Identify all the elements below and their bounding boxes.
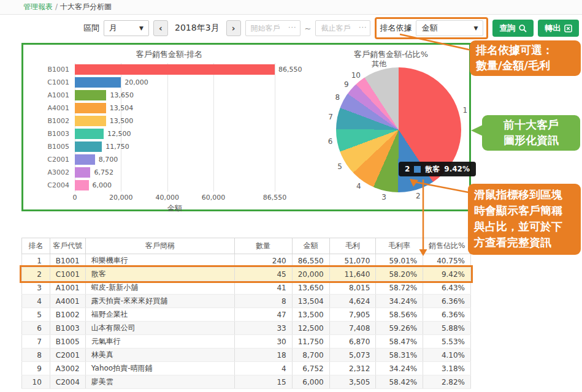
x-tick-label: 0 xyxy=(73,194,77,202)
table-row[interactable]: 8C2001林美真188,7005,07358.31%4.10% xyxy=(22,349,471,362)
table-cell: 元氣車行 xyxy=(85,335,234,349)
bar-track: 13,500 xyxy=(75,116,275,126)
query-button[interactable]: 查詢 xyxy=(492,20,534,37)
pie-slice-label: 3 xyxy=(381,193,386,202)
table-cell: 240 xyxy=(234,254,292,268)
table-row[interactable]: 1B1001和樂機車行24086,55051,07059.01%40.75% xyxy=(22,254,471,268)
breadcrumb-page: 十大客戶分析圖 xyxy=(60,2,112,11)
table-cell: 13,500 xyxy=(292,308,329,322)
table-cell: 3.18% xyxy=(423,362,471,375)
table-cell: 58.47% xyxy=(376,335,423,349)
table-header-cell: 數量 xyxy=(234,238,292,254)
pie-tooltip: 2 散客 9.42% xyxy=(399,162,476,176)
table-cell: 18 xyxy=(234,349,292,362)
bar[interactable] xyxy=(75,167,90,178)
bar-value-label: 12,500 xyxy=(107,130,131,138)
table-row[interactable]: 5B1002福野企業社4713,5007,90558.56%6.36% xyxy=(22,308,471,322)
bar-row: A30026,752 xyxy=(26,166,313,179)
bar[interactable] xyxy=(75,103,106,113)
table-cell: 9.42% xyxy=(423,268,471,281)
breadcrumb-section[interactable]: 管理報表 xyxy=(23,2,53,11)
lookup-ellipsis-icon[interactable]: ··· xyxy=(288,23,297,31)
table-cell: 13,650 xyxy=(292,281,329,295)
table-cell: 1 xyxy=(22,254,50,268)
table-cell: 58.20% xyxy=(376,268,423,281)
bar[interactable] xyxy=(75,90,106,100)
pie-tooltip-percent: 9.42% xyxy=(444,165,470,173)
bar-category-label: B1002 xyxy=(26,117,75,125)
table-row[interactable]: 7B1005元氣車行3011,7506,87058.47%5.53% xyxy=(22,335,471,349)
table-cell: 4 xyxy=(234,362,292,375)
range-tilde: ~ xyxy=(305,24,312,33)
callout-line: 時會顯示客戶簡稱 xyxy=(474,203,575,219)
bar[interactable] xyxy=(75,116,106,126)
table-cell: 8,015 xyxy=(329,281,376,295)
pie-plot-area: 12345678910其他 xyxy=(313,61,469,211)
bar-track: 20,000 xyxy=(75,77,275,88)
bar[interactable] xyxy=(75,180,89,190)
table-row[interactable]: 10C2004廖美雲156,0003,50558.42%2.82% xyxy=(22,375,471,389)
bar[interactable] xyxy=(75,154,95,165)
interval-select[interactable]: 月 ▼ xyxy=(104,20,149,36)
bar-row: C20046,000 xyxy=(26,179,313,192)
table-cell: 2 xyxy=(22,268,50,281)
pie-slice-label: 1 xyxy=(462,106,467,115)
x-tick-label: 40,000 xyxy=(155,194,179,202)
bar[interactable] xyxy=(75,129,104,139)
table-cell: C2001 xyxy=(50,349,85,362)
table-cell: 9 xyxy=(22,362,50,375)
bar[interactable] xyxy=(75,77,121,88)
table-row[interactable]: 6B1003山本有限公司3312,5007,40859.26%5.88% xyxy=(22,322,471,335)
table-cell: 34.24% xyxy=(376,362,423,375)
pie-slice-label: 5 xyxy=(337,162,342,171)
table-cell: 4 xyxy=(22,295,50,308)
x-tick-label: 60,000 xyxy=(202,194,226,202)
breadcrumb: 管理報表/十大客戶分析圖 xyxy=(0,0,582,15)
bar-category-label: B1003 xyxy=(26,130,75,138)
table-header-cell: 毛利率 xyxy=(376,238,423,254)
end-customer-field: ··· xyxy=(315,20,370,36)
table-cell: Yahoo拍賣-晴雨鋪 xyxy=(85,362,234,375)
bar-track: 6,000 xyxy=(75,180,275,190)
pie-slice-label: 7 xyxy=(328,113,333,121)
callout-line: 排名依據可選： xyxy=(476,42,575,58)
bar-category-label: B1001 xyxy=(26,66,75,74)
table-row[interactable]: 9A3002Yahoo拍賣-晴雨鋪46,7522,31234.24%3.18% xyxy=(22,362,471,375)
bar-x-axis-label: 金額 xyxy=(75,203,275,214)
table-cell: 58.31% xyxy=(376,349,423,362)
prev-period-button[interactable]: ‹ xyxy=(153,20,168,36)
table-header-cell: 毛利 xyxy=(329,238,376,254)
bar-x-axis: 020,00040,00060,00086,550 xyxy=(75,194,275,202)
table-cell: 10 xyxy=(22,375,50,389)
bar[interactable] xyxy=(75,141,102,152)
callout-line: 滑鼠指標移到區塊 xyxy=(474,187,575,203)
bar-plot-area: B100186,550C100120,000A100113,650A400113… xyxy=(26,63,313,192)
table-cell: 13,504 xyxy=(292,295,329,308)
table-cell: 4.10% xyxy=(423,349,471,362)
next-period-button[interactable]: › xyxy=(226,20,241,36)
bar-chart: 客戶銷售金額-排名 B100186,550C100120,000A100113,… xyxy=(26,49,313,209)
table-row[interactable]: 4A4001露天拍賣-來來來好買舖813,5044,62434.24%6.36% xyxy=(22,295,471,308)
table-cell: 2.82% xyxy=(423,375,471,389)
lookup-ellipsis-icon[interactable]: ··· xyxy=(359,23,367,31)
table-cell: 8,700 xyxy=(292,349,329,362)
bar-track: 12,500 xyxy=(75,129,275,139)
bar-row: A400113,504 xyxy=(26,102,313,115)
bar-category-label: C2001 xyxy=(26,156,75,164)
callout-line: 方查看完整資訊 xyxy=(474,235,575,251)
export-button[interactable]: 轉出 xyxy=(538,20,579,37)
table-cell: 40.75% xyxy=(423,254,471,268)
bar-value-label: 13,504 xyxy=(110,104,134,112)
pie-slice-label: 其他 xyxy=(372,58,386,69)
table-cell: 41 xyxy=(234,281,292,295)
bar-value-label: 6,752 xyxy=(94,168,113,176)
table-row[interactable]: 3A1001蝦皮-新新小舖4113,6508,01558.72%6.43% xyxy=(22,281,471,295)
export-button-label: 轉出 xyxy=(545,23,561,34)
table-cell: 20,000 xyxy=(292,268,329,281)
bar-row: B100213,500 xyxy=(26,115,313,127)
rank-by-select[interactable]: 金額 ▼ xyxy=(416,20,483,36)
table-row[interactable]: 2C1001散客4520,00011,64058.20%9.42% xyxy=(22,268,471,281)
bar[interactable] xyxy=(75,64,275,75)
table-cell: 58.56% xyxy=(376,308,423,322)
table-cell: 廖美雲 xyxy=(85,375,234,389)
